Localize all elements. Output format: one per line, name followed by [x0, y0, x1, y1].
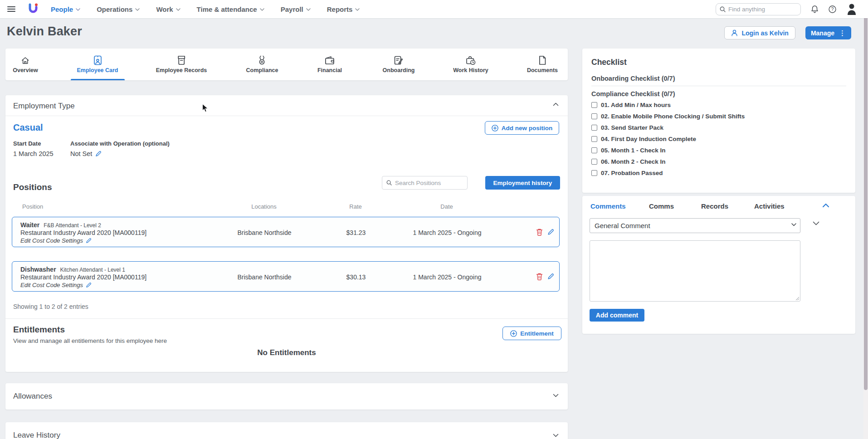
medal-icon — [258, 55, 266, 65]
divider — [5, 318, 568, 319]
chevron-down-icon[interactable] — [553, 394, 559, 397]
wallet-icon — [325, 55, 335, 65]
nav-people[interactable]: People — [51, 5, 80, 13]
checklist-item[interactable]: 07. Probation Passed — [591, 170, 745, 176]
tab-onboarding[interactable]: Onboarding — [383, 49, 415, 80]
allowances-title: Allowances — [13, 392, 52, 401]
add-entitlement-button[interactable]: Entitlement — [502, 327, 561, 340]
nav-label: Reports — [327, 5, 353, 13]
section-title: Employment Type — [13, 102, 75, 111]
tab-financial[interactable]: Financial — [317, 49, 342, 80]
compliance-checklist-heading[interactable]: Compliance Checklist (0/7) — [591, 90, 675, 98]
comment-textarea[interactable] — [590, 240, 800, 302]
edit-pencil-icon[interactable] — [547, 273, 554, 280]
help-icon[interactable]: ? — [829, 5, 836, 13]
tab-label: Overview — [13, 67, 38, 73]
tab-records[interactable]: Records — [701, 202, 728, 210]
chevron-up-icon[interactable] — [822, 203, 829, 208]
tab-employee-card[interactable]: Employee Card — [77, 49, 118, 80]
leave-history-section[interactable]: Leave History — [5, 422, 568, 439]
edit-pencil-icon[interactable] — [95, 151, 102, 157]
checklist-item[interactable]: 02. Enable Mobile Phone Clocking / Submi… — [591, 113, 745, 120]
chevron-down-icon[interactable] — [553, 434, 559, 437]
positions-title: Positions — [13, 182, 52, 192]
main-nav: People Operations Work Time & attendance… — [51, 5, 360, 13]
add-new-position-button[interactable]: Add new position — [485, 121, 559, 135]
position-row[interactable]: Waiter F&B Attendant - Level 2 Restauran… — [12, 217, 560, 247]
page-scrollbar[interactable] — [863, 0, 868, 439]
employment-type-section: Employment Type Casual Add new position … — [5, 95, 568, 372]
tab-label: Financial — [317, 67, 342, 73]
manage-button[interactable]: Manage ⋮ — [805, 26, 851, 39]
tab-comments[interactable]: Comments — [590, 202, 626, 210]
scrollbar-thumb[interactable] — [864, 7, 868, 390]
tab-employee-records[interactable]: Employee Records — [156, 49, 207, 80]
no-entitlements-message: No Entitlements — [5, 348, 568, 357]
nav-reports[interactable]: Reports — [327, 5, 360, 13]
position-row[interactable]: Dishwasher Kitchen Attendant - Level 1 R… — [12, 261, 560, 292]
global-search[interactable] — [716, 3, 801, 15]
tab-activities[interactable]: Activities — [754, 202, 785, 210]
checklist-item-label: 02. Enable Mobile Phone Clocking / Submi… — [601, 113, 745, 120]
delete-trash-icon[interactable] — [536, 228, 543, 236]
chevron-down-icon — [355, 8, 360, 11]
nav-label: Time & attendance — [197, 5, 257, 13]
brand-logo[interactable] — [27, 3, 39, 15]
checkbox[interactable] — [591, 147, 597, 153]
chevron-down-icon[interactable] — [813, 221, 819, 225]
login-as-button[interactable]: Login as Kelvin — [724, 26, 795, 39]
employment-history-button[interactable]: Employment history — [485, 176, 560, 190]
nav-label: Operations — [97, 5, 132, 13]
chevron-up-icon[interactable] — [553, 102, 559, 106]
checklist-item[interactable]: 06. Month 2 - Check In — [591, 158, 745, 165]
user-avatar[interactable] — [846, 3, 857, 15]
edit-cost-code-link[interactable]: Edit Cost Code Settings — [20, 237, 92, 244]
start-date-label: Start Date — [13, 140, 41, 147]
tab-overview[interactable]: Overview — [13, 49, 38, 80]
hamburger-menu-icon[interactable] — [7, 6, 15, 12]
position-grade: F&B Attendant - Level 2 — [44, 222, 101, 229]
briefcase-clock-icon — [466, 55, 476, 65]
nav-time-attendance[interactable]: Time & attendance — [197, 5, 264, 13]
nav-payroll[interactable]: Payroll — [281, 5, 311, 13]
section-header[interactable]: Employment Type — [5, 95, 568, 116]
tab-documents[interactable]: Documents — [527, 49, 558, 80]
checkbox[interactable] — [591, 136, 597, 142]
search-positions[interactable] — [382, 176, 468, 190]
comments-panel: Comments Comms Records Activities Genera… — [582, 196, 855, 334]
checklist-item[interactable]: 05. Month 1 - Check In — [591, 147, 745, 154]
allowances-section[interactable]: Allowances — [5, 383, 568, 410]
checkbox[interactable] — [591, 102, 597, 108]
tab-label: Employee Card — [77, 67, 118, 73]
comment-type-select[interactable]: General Comment — [590, 218, 800, 233]
edit-cost-code-link[interactable]: Edit Cost Code Settings — [20, 282, 92, 288]
position-rate: $30.13 — [346, 273, 366, 281]
column-header-locations: Locations — [251, 203, 277, 210]
checklist-item[interactable]: 04. First Day Induction Complete — [591, 136, 745, 142]
tab-compliance[interactable]: Compliance — [246, 49, 278, 80]
column-header-date: Date — [440, 203, 453, 210]
checklist-item[interactable]: 01. Add Min / Max hours — [591, 102, 745, 108]
onboarding-checklist-heading[interactable]: Onboarding Checklist (0/7) — [591, 75, 675, 82]
add-new-position-label: Add new position — [502, 125, 553, 132]
checkbox[interactable] — [591, 170, 597, 176]
checklist-item-label: 04. First Day Induction Complete — [601, 136, 696, 142]
checklist-item[interactable]: 03. Send Starter Pack — [591, 124, 745, 131]
nav-work[interactable]: Work — [156, 5, 180, 13]
tab-comms[interactable]: Comms — [649, 202, 674, 210]
kebab-menu-icon[interactable]: ⋮ — [839, 29, 846, 36]
delete-trash-icon[interactable] — [536, 273, 543, 280]
position-location: Brisbane Northside — [237, 229, 291, 236]
checkbox[interactable] — [591, 113, 597, 119]
notifications-bell-icon[interactable] — [811, 5, 819, 13]
search-input[interactable] — [728, 6, 792, 13]
checkbox[interactable] — [591, 159, 597, 165]
operation-label: Associate with Operation (optional) — [70, 140, 170, 147]
nav-operations[interactable]: Operations — [97, 5, 140, 13]
position-name: Dishwasher — [20, 266, 56, 273]
tab-work-history[interactable]: Work History — [453, 49, 488, 80]
add-comment-button[interactable]: Add comment — [590, 309, 644, 322]
edit-pencil-icon[interactable] — [547, 229, 554, 235]
search-positions-input[interactable] — [395, 180, 463, 186]
checkbox[interactable] — [591, 125, 597, 131]
